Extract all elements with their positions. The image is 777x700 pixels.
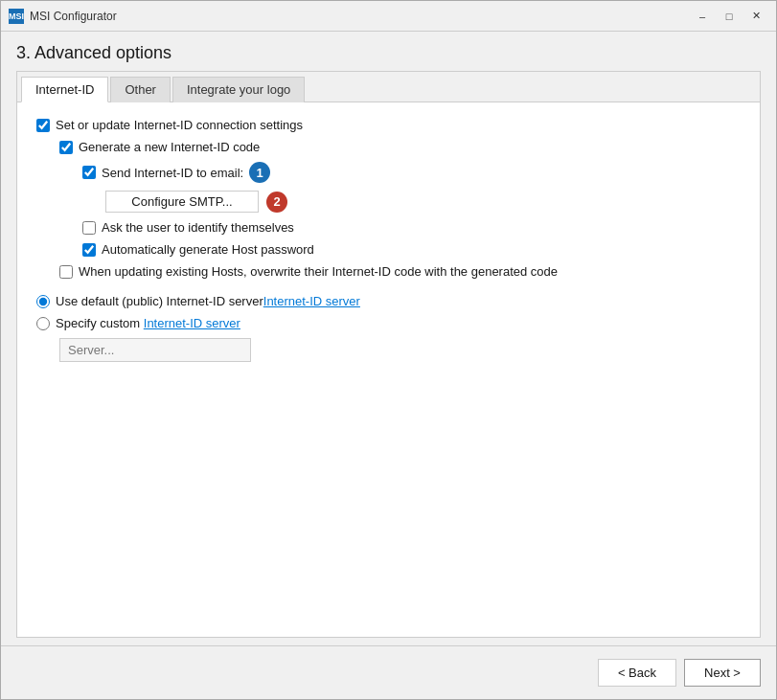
tab-internet-id[interactable]: Internet-ID	[21, 77, 108, 102]
ask-user-row: Ask the user to identify themselves	[82, 220, 741, 235]
use-default-radio[interactable]	[36, 295, 50, 308]
set-update-row: Set or update Internet-ID connection set…	[36, 118, 741, 132]
ask-user-checkbox[interactable]	[82, 221, 96, 235]
tab-container: Internet-ID Other Integrate your logo Se…	[16, 71, 761, 638]
tab-integrate-logo[interactable]: Integrate your logo	[172, 77, 305, 102]
back-button[interactable]: < Back	[598, 659, 676, 687]
footer: < Back Next >	[1, 645, 776, 699]
specify-custom-label[interactable]: Specify custom Internet-ID server	[56, 316, 240, 330]
tab-bar: Internet-ID Other Integrate your logo	[17, 72, 760, 102]
use-default-label[interactable]: Use default (public) Internet-ID serverI…	[56, 294, 360, 308]
auto-host-password-checkbox[interactable]	[82, 243, 96, 257]
title-bar: MSI MSI Configurator – □ ✕	[1, 1, 776, 32]
ask-user-label[interactable]: Ask the user to identify themselves	[102, 220, 294, 235]
configure-smtp-row: Configure SMTP... 2	[105, 191, 741, 213]
maximize-button[interactable]: □	[717, 7, 742, 26]
minimize-button[interactable]: –	[690, 7, 715, 26]
generate-new-label[interactable]: Generate a new Internet-ID code	[79, 140, 260, 154]
specify-custom-radio[interactable]	[36, 317, 50, 330]
title-bar-text: MSI Configurator	[30, 10, 690, 23]
next-button[interactable]: Next >	[684, 659, 761, 687]
badge-1: 1	[249, 162, 270, 183]
page-header: 3. Advanced options	[1, 32, 776, 71]
configure-smtp-button[interactable]: Configure SMTP...	[105, 191, 259, 213]
auto-host-password-label[interactable]: Automatically generate Host password	[102, 242, 314, 257]
send-email-checkbox[interactable]	[82, 166, 96, 179]
send-email-row: Send Internet-ID to email: 1	[82, 162, 741, 183]
overwrite-code-label[interactable]: When updating existing Hosts, overwrite …	[79, 264, 558, 279]
auto-host-password-row: Automatically generate Host password	[82, 242, 741, 257]
set-update-label[interactable]: Set or update Internet-ID connection set…	[56, 118, 303, 132]
generate-new-checkbox[interactable]	[59, 141, 73, 154]
close-button[interactable]: ✕	[743, 7, 768, 26]
tab-content-internet-id: Set or update Internet-ID connection set…	[17, 102, 760, 637]
server-input-row	[59, 338, 741, 362]
generate-new-row: Generate a new Internet-ID code	[59, 140, 741, 154]
use-default-row: Use default (public) Internet-ID serverI…	[36, 294, 741, 308]
app-window: MSI MSI Configurator – □ ✕ 3. Advanced o…	[0, 0, 777, 700]
specify-custom-row: Specify custom Internet-ID server	[36, 316, 741, 330]
overwrite-code-row: When updating existing Hosts, overwrite …	[59, 264, 741, 279]
tab-other[interactable]: Other	[110, 77, 171, 102]
app-icon: MSI	[9, 9, 24, 24]
badge-2: 2	[266, 192, 287, 213]
radio-section: Use default (public) Internet-ID serverI…	[36, 294, 741, 362]
set-update-checkbox[interactable]	[36, 119, 50, 132]
server-input[interactable]	[59, 338, 251, 362]
overwrite-code-checkbox[interactable]	[59, 265, 73, 279]
send-email-label[interactable]: Send Internet-ID to email:	[102, 166, 243, 180]
title-bar-controls: – □ ✕	[690, 7, 768, 26]
content-area: Internet-ID Other Integrate your logo Se…	[1, 71, 776, 645]
